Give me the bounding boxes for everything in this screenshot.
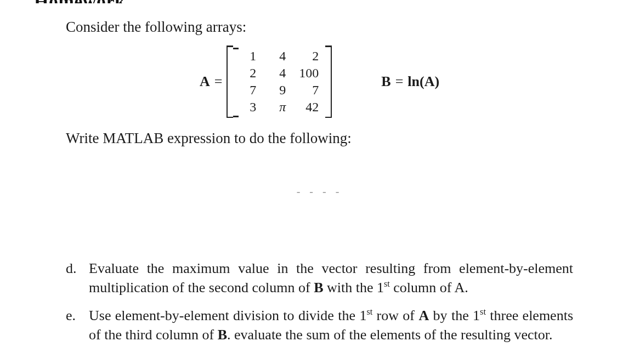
question-d: d. Evaluate the maximum value in the vec… [66,259,573,297]
matrix-B-definition: B = ln(A) [381,73,439,90]
matrix-cell: 100 [292,65,325,82]
matrix-cell: 4 [263,48,292,65]
matrix-cell: 4 [263,65,292,82]
matrix-cell: 2 [292,48,325,65]
bold-B: B [218,327,227,343]
equals-sign: = [214,73,223,90]
text-fragment: row of [372,308,418,323]
matrix-cell: 1 [233,48,263,65]
section-title-cropped: Homework [34,0,573,3]
matrix-B-label: B [381,73,390,90]
matrix-cell: 2 [233,65,263,82]
matrix-cell: 9 [263,82,292,99]
question-e: e. Use element-by-element division to di… [66,306,573,344]
matrix-cell: 7 [233,82,263,99]
matrix-A-label: A [200,73,210,90]
prompt-text: Consider the following arrays: [66,19,573,36]
question-d-text: Evaluate the maximum value in the vector… [89,259,573,297]
matrix-A-definition: A = 1 4 2 2 4 100 7 [200,46,332,118]
matrix-A-brackets: 1 4 2 2 4 100 7 9 7 3 [227,46,332,118]
equals-sign: = [395,73,404,90]
bold-B: B [314,280,323,295]
list-marker: d. [66,259,89,278]
ordinal-superscript: st [366,307,372,316]
text-fragment: Use element-by-element division to divid… [89,308,366,323]
matrix-cell: 3 [233,99,263,116]
instruction-text: Write MATLAB expression to do the follow… [66,130,573,147]
matrix-A-grid: 1 4 2 2 4 100 7 9 7 3 [233,48,325,116]
ordinal-superscript: st [384,279,390,288]
question-list: d. Evaluate the maximum value in the vec… [66,259,573,344]
list-marker: e. [66,306,89,325]
homework-page: Homework Consider the following arrays: … [0,0,617,344]
question-e-text: Use element-by-element division to divid… [89,306,573,344]
table-row: 7 9 7 [233,82,325,99]
table-row: 1 4 2 [233,48,325,65]
table-row: 2 4 100 [233,65,325,82]
ordinal-superscript: st [480,307,486,316]
matrix-cell: 7 [292,82,325,99]
text-fragment: with the 1 [323,280,384,295]
matrix-cell-pi: π [263,99,292,116]
faint-separator: - - - - [66,185,573,190]
bold-A: A [418,308,429,323]
table-row: 3 π 42 [233,99,325,116]
arrays-definition-row: A = 1 4 2 2 4 100 7 [66,46,573,118]
text-fragment: column of A. [390,280,468,295]
vertical-spacer [66,190,573,250]
matrix-B-expression: ln(A) [407,73,439,90]
matrix-cell: 42 [292,99,325,116]
text-fragment: . evaluate the sum of the elements of th… [227,327,552,343]
text-fragment: by the 1 [429,308,480,323]
